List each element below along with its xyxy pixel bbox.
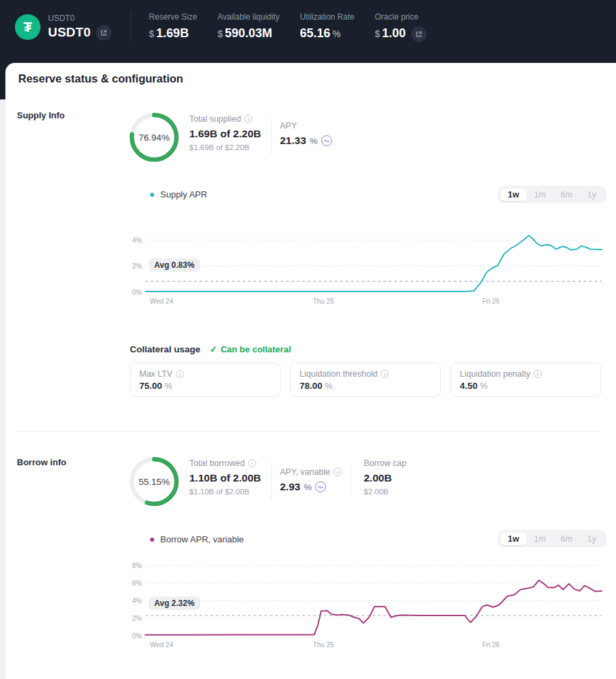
stat-label: Available liquidity xyxy=(218,12,280,22)
liquidation-threshold-card: Liquidation thresholdi 78.00 % xyxy=(290,362,441,397)
app-header: ₮ USDT0 USDT0 Reserve Size $1.69B Availa… xyxy=(0,0,616,63)
borrow-apy-block: APY, variablei 2.93 % xyxy=(280,467,341,493)
token-external-link-button[interactable] xyxy=(96,25,112,41)
stat-value: 590.03M xyxy=(224,26,272,41)
borrow-avg-badge: Avg 2.32% xyxy=(149,596,200,610)
header-divider xyxy=(131,11,131,43)
stat-prefix: $ xyxy=(375,28,380,39)
stat-value: 1.69B xyxy=(156,26,189,41)
liquidation-penalty-value: 4.50 xyxy=(460,381,477,391)
stat-utilization-rate: Utilization Rate 65.16% xyxy=(300,12,355,42)
percent-sign: % xyxy=(310,136,318,146)
section-divider xyxy=(17,431,601,431)
header-stats: Reserve Size $1.69B Available liquidity … xyxy=(149,12,427,42)
external-link-icon xyxy=(415,30,423,38)
info-icon[interactable]: i xyxy=(333,468,341,476)
borrow-cap-usd: $2.00B xyxy=(364,488,406,496)
info-icon[interactable]: i xyxy=(244,115,252,123)
supply-apy-block: APY 21.33 % xyxy=(280,121,332,147)
borrow-gauge-percent: 55.15% xyxy=(127,454,181,509)
token-label-small: USDT0 xyxy=(48,14,112,23)
usdt0-token-icon: ₮ xyxy=(15,14,41,40)
svg-text:Thu 25: Thu 25 xyxy=(313,641,335,649)
info-icon[interactable]: i xyxy=(248,459,256,467)
svg-text:Wed 24: Wed 24 xyxy=(150,298,174,305)
stat-label: Oracle price xyxy=(375,12,427,22)
borrow-cap-value: 2.00B xyxy=(364,472,406,484)
check-icon: ✓ xyxy=(210,344,217,354)
borrow-apr-chart[interactable]: 0%2%4%6%8%Wed 24Thu 25Fri 26 Avg 2.32% xyxy=(128,558,614,653)
supply-apy-value: 21.33 xyxy=(280,135,306,147)
svg-text:Fri 26: Fri 26 xyxy=(482,641,500,649)
max-ltv-value: 75.00 xyxy=(139,381,162,391)
total-supplied-block: Total suppliedi 1.69B of 2.20B $1.69B of… xyxy=(189,114,261,151)
range-6m[interactable]: 6m xyxy=(553,189,579,201)
stat-suffix: % xyxy=(333,28,341,39)
svg-text:Thu 25: Thu 25 xyxy=(313,298,335,305)
supply-apr-chart[interactable]: 0%2%4%Wed 24Thu 25Fri 26 Avg 0.83% xyxy=(128,223,614,311)
svg-text:Fri 26: Fri 26 xyxy=(482,298,500,305)
token-summary: ₮ USDT0 USDT0 xyxy=(15,14,112,41)
borrow-cap-label: Borrow cap xyxy=(364,459,406,468)
total-borrowed-value: 1.10B of 2.00B xyxy=(189,472,261,484)
percent-sign: % xyxy=(304,482,312,492)
stat-prefix: $ xyxy=(149,28,154,39)
collateral-usage-header: Collateral usage ✓ Can be collateral xyxy=(130,344,291,354)
total-supplied-value: 1.69B of 2.20B xyxy=(189,128,261,140)
svg-text:2%: 2% xyxy=(133,262,143,270)
collateral-usage-title: Collateral usage xyxy=(130,344,200,354)
borrow-legend-dot xyxy=(150,538,154,542)
supply-time-range-selector: 1w 1m 6m 1y xyxy=(498,186,606,203)
range-6m[interactable]: 6m xyxy=(553,533,579,545)
supply-chart-legend: Supply APR xyxy=(150,189,207,200)
borrow-section-label: Borrow info xyxy=(17,457,66,467)
range-1y[interactable]: 1y xyxy=(579,189,603,201)
range-1y[interactable]: 1y xyxy=(579,533,603,545)
svg-text:Wed 24: Wed 24 xyxy=(150,641,174,649)
supply-legend-dot xyxy=(150,193,154,197)
range-1w[interactable]: 1w xyxy=(500,533,527,545)
percent-sign: % xyxy=(480,381,488,391)
divider xyxy=(271,118,272,155)
supply-section-label: Supply Info xyxy=(17,110,65,120)
collateral-cards: Max LTVi 75.00 % Liquidation thresholdi … xyxy=(130,362,601,397)
range-1m[interactable]: 1m xyxy=(527,533,553,545)
stat-available-liquidity: Available liquidity $590.03M xyxy=(218,12,280,42)
borrow-gauge: 55.15% xyxy=(127,454,181,509)
divider xyxy=(350,465,351,497)
token-symbol: USDT0 xyxy=(48,25,91,40)
svg-text:8%: 8% xyxy=(133,562,143,569)
page-title: Reserve status & configuration xyxy=(18,72,183,85)
info-icon[interactable]: i xyxy=(534,370,542,378)
borrow-legend-label: Borrow APR, variable xyxy=(160,534,244,544)
supply-gauge-percent: 76.94% xyxy=(127,110,181,164)
oracle-external-link-button[interactable] xyxy=(411,26,427,42)
max-ltv-label: Max LTV xyxy=(139,369,172,379)
external-link-icon xyxy=(100,29,108,37)
supply-apy-label: APY xyxy=(280,121,297,131)
supply-legend-label: Supply APR xyxy=(160,189,207,200)
range-1w[interactable]: 1w xyxy=(500,189,527,201)
borrow-cap-block: Borrow cap 2.00B $2.00B xyxy=(364,459,406,496)
stat-oracle-price: Oracle price $1.00 xyxy=(375,12,427,42)
total-borrowed-block: Total borrowedi 1.10B of 2.00B $1.10B of… xyxy=(189,459,261,496)
svg-text:6%: 6% xyxy=(133,580,143,587)
info-icon[interactable]: i xyxy=(381,370,389,378)
borrow-time-range-selector: 1w 1m 6m 1y xyxy=(498,530,606,547)
svg-text:0%: 0% xyxy=(133,632,143,640)
merit-icon[interactable] xyxy=(321,135,332,146)
info-icon[interactable]: i xyxy=(176,370,184,378)
max-ltv-card: Max LTVi 75.00 % xyxy=(130,362,281,397)
stat-value: 65.16 xyxy=(300,26,331,41)
merit-icon[interactable] xyxy=(315,482,326,492)
percent-sign: % xyxy=(165,381,172,391)
stat-label: Reserve Size xyxy=(149,12,197,22)
borrow-chart-legend: Borrow APR, variable xyxy=(150,534,244,544)
stat-label: Utilization Rate xyxy=(300,12,355,22)
svg-text:4%: 4% xyxy=(133,597,143,605)
liquidation-penalty-card: Liquidation penaltyi 4.50 % xyxy=(450,362,601,397)
percent-sign: % xyxy=(325,381,333,391)
range-1m[interactable]: 1m xyxy=(527,189,553,201)
liquidation-penalty-label: Liquidation penalty xyxy=(460,369,530,379)
liquidation-threshold-label: Liquidation threshold xyxy=(300,369,377,379)
